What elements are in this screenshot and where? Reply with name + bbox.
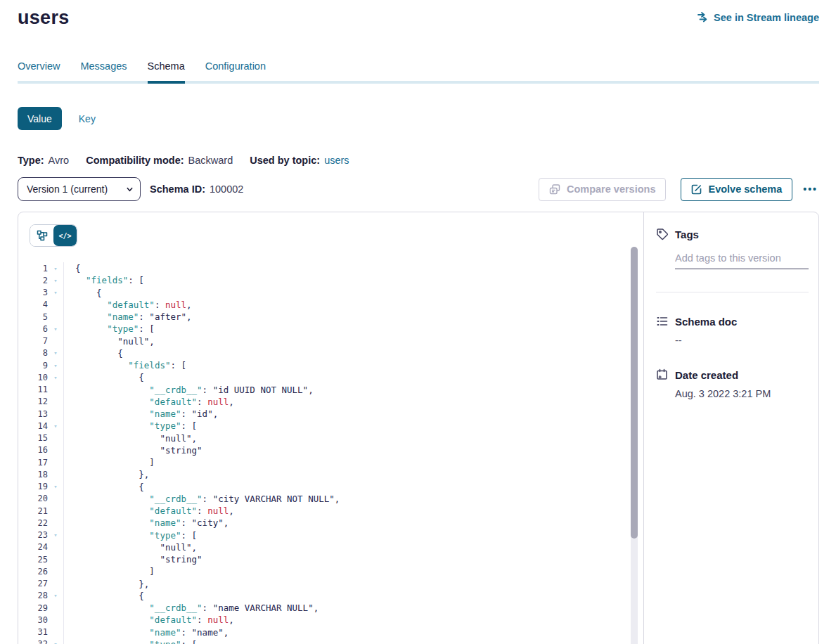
compare-versions-icon (549, 184, 560, 195)
view-mode-toggle: </> (30, 224, 77, 247)
line-number: 10 (30, 373, 48, 382)
schema-id: Schema ID:100002 (150, 183, 243, 195)
schema-detail-card: </> 1▾{2▾"fields": [3▾{4"default": null,… (18, 212, 819, 644)
tree-view-icon (37, 230, 48, 241)
code-line-text: "name": "id", (63, 408, 218, 420)
fold-toggle-icon[interactable]: ▾ (48, 289, 63, 296)
schema-doc-heading: Schema doc (675, 316, 737, 328)
line-number: 19 (30, 482, 48, 491)
fold-toggle-icon[interactable]: ▾ (48, 483, 63, 490)
code-line: 28▾{ (30, 590, 643, 602)
code-line: 31"name": "name", (30, 626, 643, 638)
code-line-text: "__crdb__": "city VARCHAR NOT NULL", (63, 493, 340, 505)
code-line-text: "__crdb__": "id UUID NOT NULL", (63, 384, 314, 396)
code-line: 12"default": null, (30, 396, 643, 408)
code-line-text: "name": "name", (63, 626, 229, 638)
compare-versions-label: Compare versions (567, 183, 656, 195)
code-line: 25"string" (30, 553, 643, 565)
scrollbar-track[interactable] (631, 247, 638, 644)
tab-schema[interactable]: Schema (148, 60, 185, 81)
code-line-text: { (63, 347, 123, 359)
schema-metadata-sidebar: Tags Schema doc -- (644, 212, 818, 644)
tags-heading-row: Tags (656, 228, 809, 240)
code-line-text: "fields": [ (63, 274, 144, 286)
see-in-stream-lineage-link[interactable]: See in Stream lineage (697, 11, 819, 23)
fold-toggle-icon[interactable]: ▾ (48, 374, 63, 381)
more-options-button[interactable]: ••• (802, 181, 819, 198)
code-line-text: { (63, 371, 144, 383)
fold-toggle-icon[interactable]: ▾ (48, 277, 63, 284)
scrollbar-thumb[interactable] (631, 247, 638, 539)
evolve-schema-button[interactable]: Evolve schema (681, 178, 792, 201)
code-line-text: "null", (63, 335, 155, 347)
fold-toggle-icon[interactable]: ▾ (48, 362, 63, 369)
line-number: 1 (30, 264, 48, 273)
schema-meta-row: Type:AvroCompatibility mode:BackwardUsed… (18, 155, 819, 166)
schema-doc-section: Schema doc -- (656, 315, 809, 346)
line-number: 18 (30, 470, 48, 479)
line-number: 7 (30, 336, 48, 346)
fold-toggle-icon[interactable]: ▾ (48, 326, 63, 333)
fold-toggle-icon[interactable]: ▾ (48, 532, 63, 539)
meta-label: Type: (18, 155, 44, 166)
code-line: 1▾{ (30, 262, 643, 274)
meta-item: Type:Avro (18, 155, 69, 166)
code-line-text: "default": null, (63, 299, 192, 311)
lineage-link-label: See in Stream lineage (714, 12, 819, 23)
code-line: 10▾{ (30, 371, 643, 383)
line-number: 25 (30, 555, 48, 565)
date-created-heading: Date created (675, 369, 738, 381)
meta-value: Avro (49, 155, 70, 166)
code-line-text: { (63, 262, 81, 274)
edit-icon (691, 184, 702, 195)
code-line-text: "null", (63, 432, 197, 444)
code-line: 18}, (30, 468, 643, 480)
line-number: 26 (30, 567, 48, 577)
line-number: 14 (30, 421, 48, 431)
code-line: 24"null", (30, 541, 643, 553)
code-line: 3▾{ (30, 287, 643, 299)
tab-configuration[interactable]: Configuration (205, 60, 266, 81)
compare-versions-button[interactable]: Compare versions (539, 178, 667, 201)
code-line: 7"null", (30, 335, 643, 347)
line-number: 27 (30, 579, 48, 588)
version-select[interactable]: Version 1 (current) (18, 177, 141, 201)
meta-label: Compatibility mode: (86, 155, 184, 166)
code-line: 8▾{ (30, 347, 643, 359)
fold-toggle-icon[interactable]: ▾ (48, 423, 63, 430)
line-number: 30 (30, 615, 48, 625)
meta-value: Backward (188, 155, 233, 166)
code-line-text: "default": null, (63, 505, 234, 517)
add-tags-input[interactable] (675, 252, 809, 269)
line-number: 9 (30, 361, 48, 371)
meta-value-link[interactable]: users (324, 155, 349, 166)
tab-messages[interactable]: Messages (80, 60, 127, 81)
line-number: 23 (30, 530, 48, 540)
tab-overview[interactable]: Overview (18, 60, 60, 81)
code-line-text: "string" (63, 444, 202, 456)
code-line-text: ] (63, 565, 155, 577)
code-view-button[interactable]: </> (53, 225, 77, 246)
line-number: 20 (30, 494, 48, 503)
line-number: 2 (30, 276, 48, 285)
schema-code-panel: </> 1▾{2▾"fields": [3▾{4"default": null,… (18, 212, 644, 644)
page-header: users See in Stream lineage (18, 0, 819, 30)
line-number: 12 (30, 397, 48, 406)
line-number: 6 (30, 324, 48, 334)
date-created-section: Date created Aug. 3 2022 3:21 PM (656, 368, 809, 399)
sidebar-divider (656, 292, 809, 292)
fold-toggle-icon[interactable]: ▾ (48, 265, 63, 272)
value-toggle-button[interactable]: Value (18, 107, 62, 130)
key-toggle-button[interactable]: Key (79, 113, 96, 124)
code-line: 2▾"fields": [ (30, 274, 643, 286)
fold-toggle-icon[interactable]: ▾ (48, 349, 63, 356)
line-number: 16 (30, 445, 48, 455)
code-line-text: "default": null, (63, 614, 234, 626)
fold-toggle-icon[interactable]: ▾ (48, 640, 63, 644)
list-icon (656, 315, 669, 328)
tree-view-button[interactable] (30, 225, 53, 246)
line-number: 8 (30, 348, 48, 358)
line-number: 17 (30, 458, 48, 468)
fold-toggle-icon[interactable]: ▾ (48, 592, 63, 599)
code-line: 15"null", (30, 432, 643, 444)
